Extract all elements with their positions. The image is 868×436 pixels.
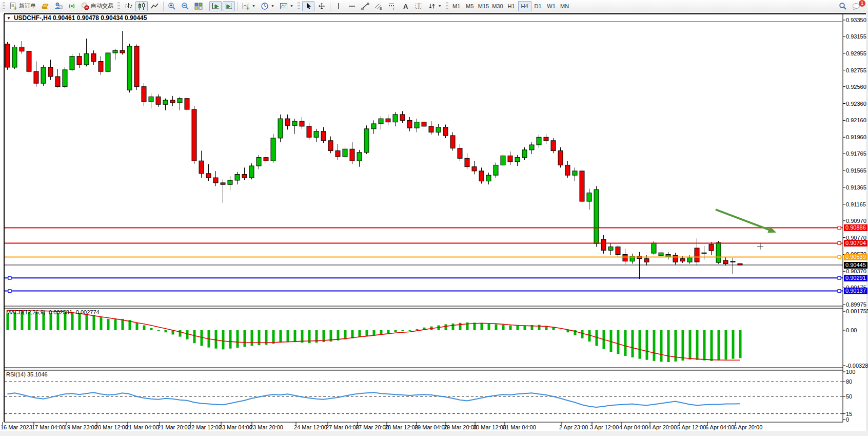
macd-histogram-bar bbox=[689, 330, 692, 359]
chevron-down-icon[interactable]: ▼ bbox=[290, 4, 293, 8]
notifications-button[interactable]: 1 bbox=[850, 1, 863, 11]
candle bbox=[465, 153, 469, 169]
person-icon bbox=[54, 2, 63, 10]
line-handle[interactable] bbox=[838, 241, 841, 244]
timeframe-button-mn[interactable]: MN bbox=[558, 1, 571, 11]
line-handle[interactable] bbox=[8, 276, 11, 279]
candle bbox=[393, 112, 398, 126]
autotrade-icon bbox=[81, 2, 89, 10]
macd-histogram-bar bbox=[653, 330, 656, 361]
time-axis-label: 21 Mar 04:00 bbox=[126, 424, 159, 430]
new-chart-button[interactable] bbox=[39, 1, 51, 11]
candle bbox=[142, 83, 146, 106]
label-tool-button[interactable]: T bbox=[412, 1, 425, 11]
time-axis-label: 3 Apr 12:00 bbox=[590, 424, 619, 430]
candle bbox=[134, 45, 139, 90]
toolbar-separator bbox=[207, 2, 207, 11]
macd-histogram-bar bbox=[344, 330, 347, 339]
templates-button[interactable]: ▼ bbox=[278, 1, 295, 11]
timeframe-button-w1[interactable]: W1 bbox=[545, 1, 558, 11]
candle bbox=[666, 252, 670, 260]
arrows-tool-button[interactable]: ▼ bbox=[426, 1, 444, 11]
vertical-line-tool-button[interactable] bbox=[332, 1, 345, 11]
candle bbox=[264, 149, 268, 163]
candle bbox=[285, 115, 290, 130]
line-handle[interactable] bbox=[838, 276, 841, 279]
zoom-out-icon bbox=[181, 2, 189, 10]
search-button[interactable] bbox=[837, 1, 849, 11]
pane-splitter[interactable] bbox=[5, 369, 843, 370]
candle bbox=[537, 135, 541, 148]
candle bbox=[192, 106, 196, 164]
macd-histogram-bar bbox=[502, 325, 505, 330]
toolbar-grip[interactable] bbox=[3, 2, 5, 10]
candlestick-chart-button[interactable] bbox=[135, 1, 148, 11]
candle bbox=[206, 164, 211, 181]
macd-histogram-bar bbox=[488, 324, 490, 330]
horizontal-line-tool-button[interactable] bbox=[346, 1, 358, 11]
macd-histogram-bar bbox=[696, 330, 699, 360]
timeframe-button-h1[interactable]: H1 bbox=[505, 1, 518, 11]
bar-chart-button[interactable] bbox=[122, 1, 134, 11]
zoom-in-button[interactable] bbox=[166, 1, 178, 11]
time-axis-label: 29 Mar 04:00 bbox=[415, 424, 448, 430]
trend-icon bbox=[361, 2, 369, 10]
macd-histogram-bar bbox=[416, 329, 419, 330]
fibonacci-tool-button[interactable]: F bbox=[386, 1, 398, 11]
macd-histogram-bar bbox=[86, 314, 88, 330]
notification-badge: 1 bbox=[859, 0, 865, 7]
candle bbox=[601, 235, 606, 254]
auto-scroll-button[interactable] bbox=[209, 1, 222, 11]
candle bbox=[300, 117, 304, 129]
pane-splitter[interactable] bbox=[5, 307, 843, 309]
indicators-list-button[interactable]: +▼ bbox=[240, 1, 258, 11]
profiles-button[interactable] bbox=[52, 1, 65, 11]
macd-histogram-bar bbox=[538, 325, 541, 330]
rsi-axis-label: 15 bbox=[846, 411, 852, 417]
new-order-button[interactable]: +新订单 bbox=[7, 1, 38, 11]
line-chart-button[interactable] bbox=[149, 1, 161, 11]
zoom-out-button[interactable] bbox=[179, 1, 191, 11]
macd-histogram-bar bbox=[229, 330, 232, 349]
toolbar-grip[interactable] bbox=[117, 2, 120, 10]
text-tool-button[interactable]: A bbox=[399, 1, 411, 11]
market-signals-button[interactable] bbox=[66, 1, 78, 11]
crosshair-button[interactable] bbox=[315, 1, 328, 11]
chevron-down-icon[interactable]: ▼ bbox=[438, 4, 442, 8]
macd-histogram-bar bbox=[639, 330, 641, 359]
chevron-down-icon[interactable]: ▼ bbox=[252, 4, 255, 8]
line-handle[interactable] bbox=[838, 226, 841, 230]
toolbar-grip[interactable] bbox=[446, 2, 448, 10]
candle bbox=[709, 242, 714, 255]
toolbar-grip[interactable] bbox=[298, 2, 300, 10]
price-axis-tick-label: 0.91565 bbox=[846, 167, 866, 174]
timeframe-button-m15[interactable]: M15 bbox=[477, 1, 490, 11]
line-handle[interactable] bbox=[8, 290, 11, 293]
auto-trading-button[interactable]: 自动交易 bbox=[79, 1, 115, 11]
periods-button[interactable]: ▼ bbox=[259, 1, 277, 11]
tile-windows-button[interactable] bbox=[192, 1, 205, 11]
line-handle[interactable] bbox=[838, 290, 841, 293]
chart-title-dropdown-icon[interactable]: ▼ bbox=[7, 16, 11, 21]
timeframe-button-d1[interactable]: D1 bbox=[531, 1, 545, 11]
cursor-button[interactable] bbox=[302, 1, 314, 11]
time-axis-label: 20 Mar 12:00 bbox=[95, 424, 128, 430]
doc-plus-icon: + bbox=[9, 2, 17, 10]
macd-histogram-bar bbox=[114, 319, 117, 330]
time-axis-label: 5 Apr 12:00 bbox=[677, 424, 706, 430]
line-handle[interactable] bbox=[838, 256, 841, 259]
macd-histogram-bar bbox=[143, 326, 146, 330]
price-axis-tick-label: 0.92560 bbox=[846, 84, 866, 90]
equidistant-channel-tool-button[interactable]: E bbox=[372, 1, 385, 11]
timeframe-button-m30[interactable]: M30 bbox=[490, 1, 504, 11]
trendline-tool-button[interactable] bbox=[359, 1, 371, 11]
timeframe-button-m1[interactable]: M1 bbox=[450, 1, 463, 11]
macd-histogram-bar bbox=[509, 326, 512, 330]
chart-shift-button[interactable] bbox=[223, 1, 235, 11]
timeframe-button-m5[interactable]: M5 bbox=[463, 1, 477, 11]
macd-histogram-bar bbox=[165, 330, 167, 332]
chart-canvas[interactable]: 0.933500.931550.929550.927550.925600.923… bbox=[0, 0, 868, 436]
chevron-down-icon[interactable]: ▼ bbox=[271, 4, 274, 8]
macd-histogram-bar bbox=[280, 330, 282, 343]
timeframe-button-h4[interactable]: H4 bbox=[518, 1, 531, 11]
